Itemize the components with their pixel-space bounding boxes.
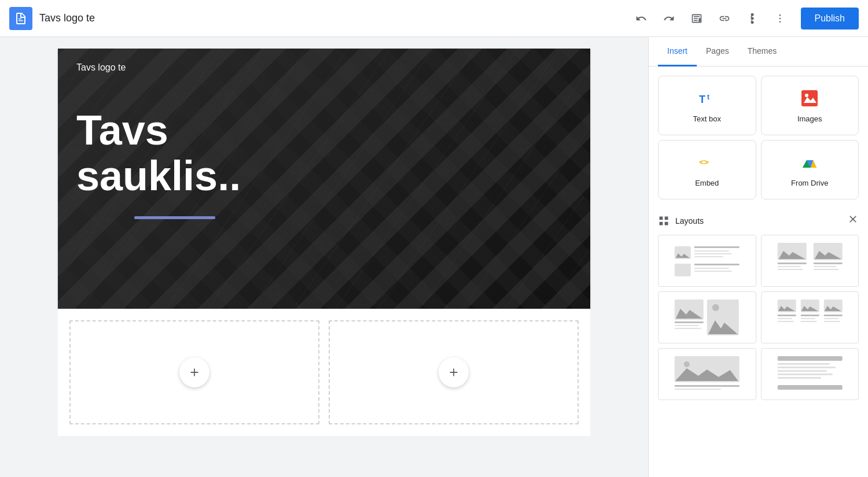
tab-pages[interactable]: Pages: [697, 37, 738, 66]
layouts-collapse-button[interactable]: [847, 213, 859, 228]
panel-content: T t Text box Images: [649, 66, 868, 477]
svg-rect-53: [777, 367, 835, 368]
hero-site-name: Tavs logo te: [76, 62, 572, 73]
insert-from-drive[interactable]: From Drive: [761, 140, 859, 199]
layout-card-5[interactable]: [658, 348, 756, 400]
panel-tabs: Insert Pages Themes: [649, 37, 868, 66]
svg-rect-54: [777, 370, 826, 372]
text-box-icon: T t: [697, 88, 718, 109]
svg-rect-56: [777, 377, 821, 379]
svg-point-3: [779, 14, 781, 16]
insert-images[interactable]: Images: [761, 76, 859, 135]
svg-rect-1: [19, 20, 23, 21]
images-label: Images: [797, 114, 822, 123]
embed-icon: <>: [697, 152, 718, 173]
from-drive-label: From Drive: [791, 179, 828, 187]
layout-preview-1: [663, 241, 751, 281]
svg-rect-15: [694, 253, 732, 254]
layout-card-4[interactable]: [761, 291, 859, 343]
svg-rect-20: [694, 271, 732, 272]
svg-rect-19: [694, 268, 729, 269]
svg-rect-0: [19, 19, 21, 20]
text-box-label: Text box: [693, 114, 721, 123]
svg-rect-44: [823, 315, 842, 316]
svg-point-5: [779, 21, 781, 23]
redo-button[interactable]: [657, 7, 681, 30]
svg-rect-28: [813, 269, 838, 270]
publish-button[interactable]: Publish: [801, 8, 859, 29]
svg-rect-16: [694, 256, 723, 257]
content-block-right[interactable]: [329, 320, 579, 424]
svg-rect-32: [675, 328, 701, 329]
svg-rect-41: [800, 315, 819, 316]
hero-block[interactable]: Tavs logo te Tavs sauklis..: [58, 49, 590, 309]
layout-preview-6: [766, 354, 854, 394]
svg-rect-52: [777, 363, 829, 365]
svg-point-34: [712, 304, 719, 311]
layouts-title-row: Layouts: [658, 215, 704, 227]
content-section: [58, 309, 590, 436]
layout-grid: [658, 235, 859, 400]
hero-headline-line1: Tavs: [76, 107, 168, 153]
svg-rect-13: [694, 246, 740, 248]
more-button[interactable]: [768, 7, 792, 30]
svg-rect-2: [698, 18, 700, 22]
svg-rect-39: [777, 318, 792, 319]
hero-content: Tavs logo te Tavs sauklis..: [58, 49, 590, 233]
tab-insert[interactable]: Insert: [658, 37, 697, 66]
svg-rect-17: [675, 264, 691, 276]
svg-rect-55: [777, 374, 832, 375]
app-logo: [9, 7, 32, 30]
content-block-left[interactable]: [69, 320, 319, 424]
document-title: Tavs logo te: [39, 12, 623, 24]
svg-rect-57: [777, 385, 842, 390]
share-button[interactable]: [741, 7, 764, 30]
svg-rect-25: [777, 269, 803, 270]
svg-point-4: [779, 17, 781, 19]
layout-preview-3: [663, 297, 751, 338]
layout-card-6[interactable]: [761, 348, 859, 400]
add-content-left-button[interactable]: [179, 357, 209, 387]
layout-preview-5: [663, 354, 751, 394]
svg-rect-26: [813, 262, 842, 264]
svg-rect-46: [823, 321, 840, 322]
svg-text:t: t: [707, 93, 709, 101]
hero-section: Tavs logo te Tavs sauklis..: [58, 49, 590, 309]
hero-headline-line2: sauklis..: [76, 153, 241, 199]
svg-rect-18: [694, 264, 740, 265]
layouts-icon: [658, 215, 670, 227]
layout-card-1[interactable]: [658, 235, 756, 287]
embed-label: Embed: [695, 179, 719, 187]
svg-text:T: T: [699, 94, 705, 105]
layout-preview-2: [766, 241, 854, 281]
undo-button[interactable]: [630, 7, 653, 30]
svg-rect-14: [694, 250, 729, 252]
svg-rect-43: [800, 321, 816, 322]
svg-text:<>: <>: [699, 157, 709, 167]
svg-rect-42: [800, 318, 815, 319]
insert-embed[interactable]: <> Embed: [658, 140, 756, 199]
preview-button[interactable]: [685, 7, 708, 30]
svg-rect-45: [823, 318, 838, 319]
svg-rect-49: [675, 385, 740, 387]
svg-point-9: [805, 94, 808, 97]
from-drive-icon: [799, 152, 820, 173]
right-panel: Insert Pages Themes T t: [648, 37, 868, 477]
layout-card-3[interactable]: [658, 291, 756, 343]
svg-point-48: [684, 361, 690, 367]
svg-rect-8: [801, 90, 818, 106]
topbar: Tavs logo te Publish: [0, 0, 868, 37]
link-button[interactable]: [713, 7, 736, 30]
main-area: Tavs logo te Tavs sauklis..: [0, 37, 868, 477]
topbar-actions: Publish: [630, 7, 859, 30]
layout-card-2[interactable]: [761, 235, 859, 287]
insert-text-box[interactable]: T t Text box: [658, 76, 756, 135]
svg-rect-50: [675, 389, 721, 390]
svg-rect-24: [777, 266, 800, 267]
add-content-right-button[interactable]: [439, 357, 469, 387]
svg-rect-30: [675, 321, 704, 323]
tab-themes[interactable]: Themes: [738, 37, 786, 66]
canvas-area: Tavs logo te Tavs sauklis..: [0, 37, 648, 477]
svg-rect-31: [675, 325, 699, 326]
svg-rect-40: [777, 321, 793, 322]
